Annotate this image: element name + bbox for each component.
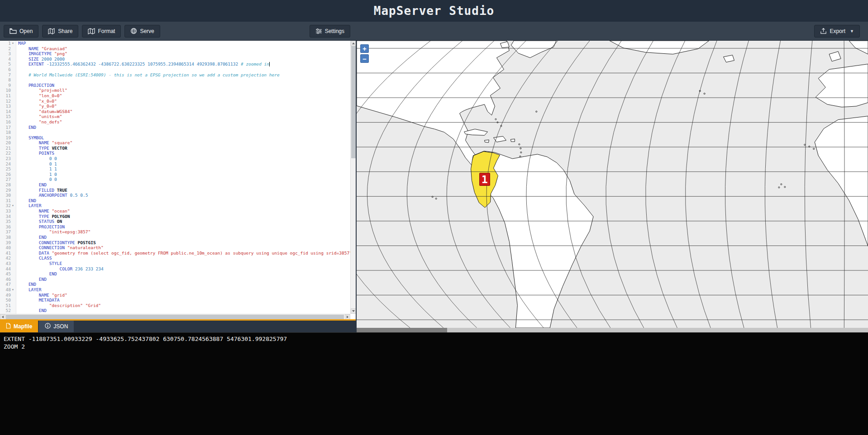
tab-mapfile[interactable]: Mapfile <box>0 321 38 332</box>
gutter-line-number[interactable]: 35 <box>0 219 16 224</box>
gutter-line-number[interactable]: 52 <box>0 308 16 313</box>
gutter-line-number[interactable]: 16 <box>0 119 16 125</box>
gutter-line-number[interactable]: 48▾ <box>0 287 16 293</box>
gutter-line-number[interactable]: 21 <box>0 146 16 151</box>
gutter-line-number[interactable]: 27 <box>0 177 16 182</box>
code-line[interactable]: "init=epsg:3857" <box>18 229 350 235</box>
code-line[interactable]: "units=m" <box>18 114 350 119</box>
code-line[interactable]: 0 1 <box>18 161 350 167</box>
code-line[interactable]: NAME "square" <box>18 140 350 146</box>
gutter-line-number[interactable]: 49 <box>0 293 16 298</box>
code-line[interactable] <box>18 67 350 72</box>
code-line[interactable]: "x_0=0" <box>18 99 350 104</box>
code-line[interactable]: IMAGETYPE "png" <box>18 51 350 57</box>
gutter-line-number[interactable]: 44 <box>0 266 16 272</box>
code-line[interactable]: LAYER <box>18 287 350 293</box>
code-line[interactable]: NAME "grid" <box>18 293 350 298</box>
gutter-line-number[interactable]: 4 <box>0 57 16 62</box>
code-line[interactable]: CONNECTION "naturalearth" <box>18 245 350 251</box>
gutter-line-number[interactable]: 23 <box>0 156 16 161</box>
share-button[interactable]: Share <box>42 25 78 38</box>
gutter-line-number[interactable]: 43 <box>0 261 16 266</box>
gutter-line-number[interactable]: 18 <box>0 130 16 135</box>
gutter-line-number[interactable]: 8 <box>0 77 16 83</box>
gutter-line-number[interactable]: 26 <box>0 172 16 177</box>
gutter-line-number[interactable]: 51 <box>0 303 16 308</box>
code-line[interactable]: END <box>18 182 350 188</box>
gutter-line-number[interactable]: 14 <box>0 109 16 114</box>
code-line[interactable]: SIZE 2000 2000 <box>18 57 350 62</box>
code-line[interactable]: "datum=WGS84" <box>18 109 350 114</box>
map-marker[interactable]: 1 <box>480 173 490 186</box>
gutter-line-number[interactable]: 6 <box>0 67 16 72</box>
map-scroll-thumb[interactable] <box>357 328 447 332</box>
code-line[interactable]: 1 0 <box>18 172 350 177</box>
gutter-line-number[interactable]: 1▾ <box>0 41 16 46</box>
gutter-line-number[interactable]: 42 <box>0 255 16 261</box>
code-line[interactable]: # World Mollweide (ESRI:54009) - this is… <box>18 72 350 78</box>
gutter-line-number[interactable]: 9 <box>0 83 16 88</box>
fold-toggle-icon[interactable]: ▾ <box>12 41 16 46</box>
gutter-line-number[interactable]: 47 <box>0 282 16 287</box>
gutter-line-number[interactable]: 46 <box>0 277 16 282</box>
vertical-scroll-thumb[interactable] <box>351 46 356 158</box>
code-line[interactable]: "y_0=0" <box>18 104 350 109</box>
gutter-line-number[interactable]: 20 <box>0 140 16 146</box>
code-line[interactable]: END <box>18 198 350 203</box>
editor-vertical-scrollbar[interactable] <box>350 41 356 314</box>
gutter-line-number[interactable]: 29 <box>0 188 16 193</box>
code-line[interactable]: END <box>18 125 350 130</box>
code-line[interactable]: END <box>18 277 350 282</box>
code-line[interactable]: NAME "Grauniad" <box>18 46 350 52</box>
code-line[interactable]: TYPE VECTOR <box>18 146 350 151</box>
gutter-line-number[interactable]: 37 <box>0 229 16 235</box>
code-line[interactable]: STYLE <box>18 261 350 266</box>
code-line[interactable]: PROJECTION <box>18 224 350 230</box>
gutter-line-number[interactable]: 30 <box>0 193 16 198</box>
gutter-line-number[interactable]: 38 <box>0 235 16 240</box>
fold-toggle-icon[interactable]: ▾ <box>12 203 16 208</box>
fold-toggle-icon[interactable]: ▾ <box>12 287 16 293</box>
code-line[interactable]: TYPE POLYGON <box>18 214 350 219</box>
map-preview-pane[interactable]: 1 + − <box>356 41 868 332</box>
gutter-line-number[interactable]: 36 <box>0 224 16 230</box>
settings-button[interactable]: Settings <box>310 25 350 38</box>
gutter-line-number[interactable]: 7 <box>0 72 16 78</box>
map-horizontal-scrollbar[interactable] <box>357 328 868 332</box>
code-line[interactable]: MAP <box>18 41 350 46</box>
zoom-in-button[interactable]: + <box>360 44 369 53</box>
zoom-out-button[interactable]: − <box>360 54 369 63</box>
code-line[interactable] <box>18 130 350 135</box>
code-line[interactable]: "no_defs" <box>18 119 350 125</box>
code-line[interactable]: CONNECTIONTYPE POSTGIS <box>18 240 350 246</box>
code-line[interactable]: END <box>18 282 350 287</box>
gutter-line-number[interactable]: 12 <box>0 99 16 104</box>
code-line[interactable]: END <box>18 271 350 277</box>
code-line[interactable]: POINTS <box>18 151 350 156</box>
code-line[interactable]: METADATA <box>18 298 350 303</box>
gutter-line-number[interactable]: 10 <box>0 88 16 93</box>
gutter-line-number[interactable]: 15 <box>0 114 16 119</box>
gutter-line-number[interactable]: 39 <box>0 240 16 246</box>
code-line[interactable]: EXTENT -12332555.466362432 -4386722.6302… <box>18 61 350 67</box>
code-line[interactable]: ANCHORPOINT 0.5 0.5 <box>18 193 350 198</box>
code-line[interactable]: "description" "Grid" <box>18 303 350 308</box>
code-line[interactable]: STATUS ON <box>18 219 350 224</box>
code-line[interactable]: FILLED TRUE <box>18 188 350 193</box>
gutter-line-number[interactable]: 24 <box>0 161 16 167</box>
gutter-line-number[interactable]: 17 <box>0 125 16 130</box>
gutter-line-number[interactable]: 3 <box>0 51 16 57</box>
code-line[interactable] <box>18 77 350 83</box>
code-line[interactable]: END <box>18 308 350 313</box>
gutter-line-number[interactable]: 32▾ <box>0 203 16 208</box>
gutter-line-number[interactable]: 34 <box>0 214 16 219</box>
code-line[interactable]: LAYER <box>18 203 350 208</box>
code-line[interactable]: NAME "ocean" <box>18 208 350 214</box>
code-line[interactable]: 0 0 <box>18 156 350 161</box>
editor-code[interactable]: MAP NAME "Grauniad" IMAGETYPE "png" SIZE… <box>16 41 350 314</box>
gutter-line-number[interactable]: 11 <box>0 93 16 99</box>
code-line[interactable]: END <box>18 235 350 240</box>
gutter-line-number[interactable]: 45 <box>0 271 16 277</box>
gutter-line-number[interactable]: 2 <box>0 46 16 52</box>
code-line[interactable]: "lon_0=0" <box>18 93 350 99</box>
